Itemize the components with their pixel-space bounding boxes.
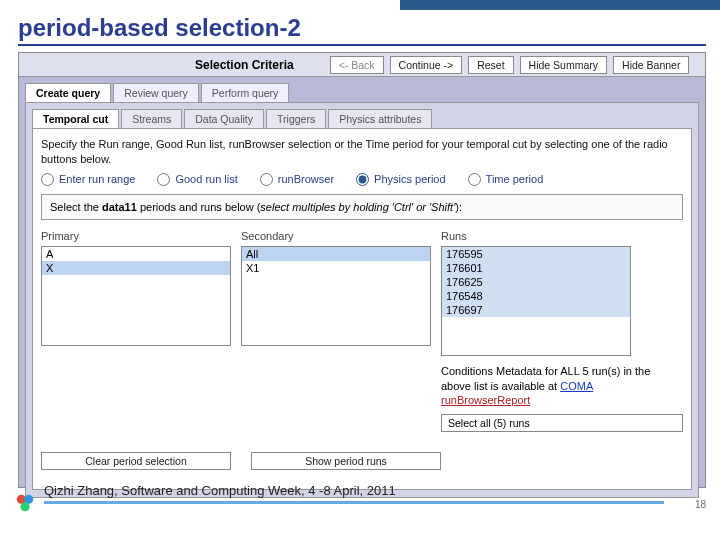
tab-physics-attributes[interactable]: Physics attributes [328, 109, 432, 128]
run-item[interactable]: 176601 [442, 261, 630, 275]
radio-physics-period-input[interactable] [356, 173, 369, 186]
inner-tabs: Temporal cut Streams Data Quality Trigge… [32, 109, 692, 128]
primary-listbox[interactable]: A X [41, 246, 231, 346]
tab-perform-query[interactable]: Perform query [201, 83, 290, 102]
hide-summary-button[interactable]: Hide Summary [520, 56, 607, 74]
primary-label: Primary [41, 230, 231, 242]
intro-text: Specify the Run range, Good Run list, ru… [41, 137, 683, 167]
create-query-panel: Temporal cut Streams Data Quality Trigge… [25, 102, 699, 498]
secondary-label: Secondary [241, 230, 431, 242]
radio-physics-period-label: Physics period [374, 173, 446, 185]
runs-column: Runs 176595 176601 176625 176548 176697 … [441, 230, 683, 433]
run-item[interactable]: 176595 [442, 247, 630, 261]
instr-end: ): [455, 201, 462, 213]
radio-time-period-label: Time period [486, 173, 544, 185]
continue-button[interactable]: Continue -> [390, 56, 463, 74]
radio-run-range[interactable]: Enter run range [41, 173, 135, 186]
primary-column: Primary A X [41, 230, 231, 433]
run-item[interactable]: 176625 [442, 275, 630, 289]
tab-triggers[interactable]: Triggers [266, 109, 326, 128]
run-item[interactable]: 176697 [442, 303, 630, 317]
selection-criteria-toolbar: Selection Criteria <- Back Continue -> R… [19, 53, 705, 77]
instr-mid: periods and runs below ( [137, 201, 261, 213]
clear-period-button[interactable]: Clear period selection [41, 452, 231, 470]
run-browser-report: runBrowserReport [441, 394, 530, 406]
top-accent-bar [400, 0, 720, 10]
logo-icon [14, 492, 36, 514]
back-button[interactable]: <- Back [330, 56, 384, 74]
primary-item[interactable]: X [42, 261, 230, 275]
radio-run-browser-label: runBrowser [278, 173, 334, 185]
footer: Qizhi Zhang, Software and Computing Week… [0, 492, 720, 524]
radio-good-run-list-label: Good run list [175, 173, 237, 185]
tab-review-query[interactable]: Review query [113, 83, 199, 102]
coma-link[interactable]: COMA [560, 380, 593, 392]
radio-physics-period[interactable]: Physics period [356, 173, 446, 186]
conditions-pre: Conditions Metadata for ALL 5 run(s) in … [441, 365, 650, 392]
radio-good-run-list-input[interactable] [157, 173, 170, 186]
radio-run-range-label: Enter run range [59, 173, 135, 185]
svg-point-2 [20, 502, 29, 511]
secondary-column: Secondary All X1 [241, 230, 431, 433]
period-select-instruction: Select the data11 periods and runs below… [41, 194, 683, 220]
primary-item[interactable]: A [42, 247, 230, 261]
tab-data-quality[interactable]: Data Quality [184, 109, 264, 128]
period-columns: Primary A X Secondary All X1 Runs [41, 230, 683, 433]
app-window: Selection Criteria <- Back Continue -> R… [18, 52, 706, 488]
slide-title: period-based selection-2 [18, 14, 706, 46]
radio-good-run-list[interactable]: Good run list [157, 173, 237, 186]
tab-temporal-cut[interactable]: Temporal cut [32, 109, 119, 128]
temporal-radio-group: Enter run range Good run list runBrowser… [41, 173, 683, 186]
secondary-item[interactable]: X1 [242, 261, 430, 275]
secondary-item[interactable]: All [242, 247, 430, 261]
page-number: 18 [695, 499, 706, 510]
reset-button[interactable]: Reset [468, 56, 513, 74]
tab-create-query[interactable]: Create query [25, 83, 111, 102]
footer-text: Qizhi Zhang, Software and Computing Week… [44, 483, 664, 504]
run-item[interactable]: 176548 [442, 289, 630, 303]
tab-streams[interactable]: Streams [121, 109, 182, 128]
radio-time-period[interactable]: Time period [468, 173, 544, 186]
conditions-text: Conditions Metadata for ALL 5 run(s) in … [441, 364, 683, 409]
select-all-runs-button[interactable]: Select all (5) runs [441, 414, 683, 432]
hide-banner-button[interactable]: Hide Banner [613, 56, 689, 74]
toolbar-title: Selection Criteria [195, 58, 294, 72]
temporal-cut-panel: Specify the Run range, Good Run list, ru… [32, 128, 692, 490]
radio-time-period-input[interactable] [468, 173, 481, 186]
instr-pre: Select the [50, 201, 102, 213]
secondary-listbox[interactable]: All X1 [241, 246, 431, 346]
bottom-buttons: Clear period selection Show period runs [41, 452, 683, 470]
instr-bold: data11 [102, 201, 137, 213]
radio-run-browser[interactable]: runBrowser [260, 173, 334, 186]
outer-tabs: Create query Review query Perform query [25, 83, 705, 102]
runs-label: Runs [441, 230, 683, 242]
radio-run-browser-input[interactable] [260, 173, 273, 186]
runs-listbox[interactable]: 176595 176601 176625 176548 176697 [441, 246, 631, 356]
show-period-runs-button[interactable]: Show period runs [251, 452, 441, 470]
instr-italic: select multiples by holding 'Ctrl' or 'S… [260, 201, 455, 213]
radio-run-range-input[interactable] [41, 173, 54, 186]
